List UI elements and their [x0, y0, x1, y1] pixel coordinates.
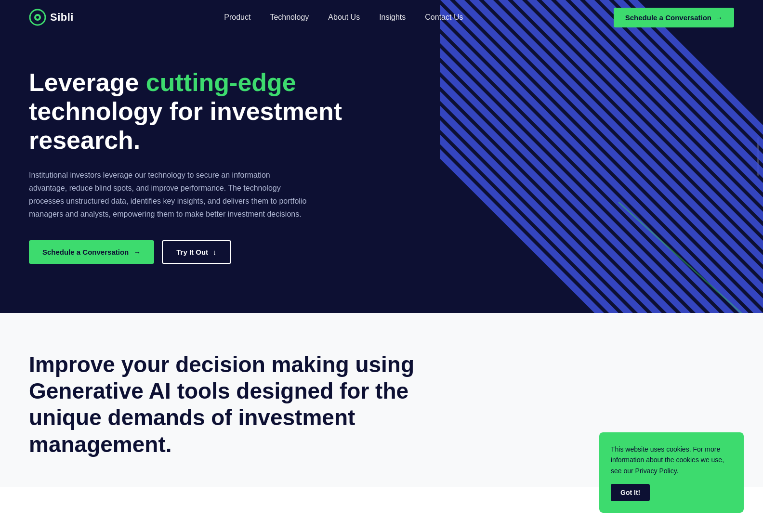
hero-title-accent: cutting-edge — [146, 68, 296, 96]
hero-content: Leverage cutting-edge technology for inv… — [29, 68, 356, 263]
cookie-text: This website uses cookies. For more info… — [611, 444, 732, 476]
btn-primary-label: Schedule a Conversation — [42, 248, 129, 256]
nav-insights[interactable]: Insights — [379, 13, 406, 22]
logo[interactable]: Sibli — [29, 9, 74, 26]
hero-title: Leverage cutting-edge technology for inv… — [29, 68, 356, 155]
btn-primary-arrow: → — [133, 248, 141, 256]
privacy-policy-link[interactable]: Privacy Policy. — [635, 467, 679, 475]
schedule-conversation-button[interactable]: Schedule a Conversation → — [29, 240, 154, 264]
btn-secondary-label: Try It Out — [176, 248, 208, 256]
hero-decoration — [440, 0, 763, 313]
section-two-title: Improve your decision making using Gener… — [29, 351, 424, 458]
cookie-accept-button[interactable]: Got It! — [611, 484, 650, 487]
try-it-out-button[interactable]: Try It Out ↓ — [162, 240, 231, 264]
brand-name: Sibli — [50, 11, 74, 24]
nav-technology[interactable]: Technology — [270, 13, 309, 22]
cookie-banner: This website uses cookies. For more info… — [599, 432, 744, 487]
hero-title-suffix: technology for investment research. — [29, 97, 342, 154]
hero-title-prefix: Leverage — [29, 68, 146, 96]
sibli-logo-icon — [29, 9, 46, 26]
nav-product[interactable]: Product — [224, 13, 250, 22]
nav-cta-button[interactable]: Schedule a Conversation → — [614, 8, 734, 27]
svg-point-2 — [36, 16, 39, 19]
nav-about[interactable]: About Us — [328, 13, 360, 22]
nav-cta-label: Schedule a Conversation — [625, 13, 711, 22]
nav-contact[interactable]: Contact Us — [425, 13, 463, 22]
hero-buttons: Schedule a Conversation → Try It Out ↓ — [29, 240, 356, 264]
nav-links: Product Technology About Us Insights Con… — [224, 13, 463, 22]
hero-subtitle: Institutional investors leverage our tec… — [29, 169, 308, 221]
btn-secondary-arrow: ↓ — [213, 248, 217, 256]
navbar: Sibli Product Technology About Us Insigh… — [0, 0, 763, 35]
nav-cta-arrow: → — [715, 13, 723, 22]
hero-section: Leverage cutting-edge technology for inv… — [0, 0, 763, 313]
